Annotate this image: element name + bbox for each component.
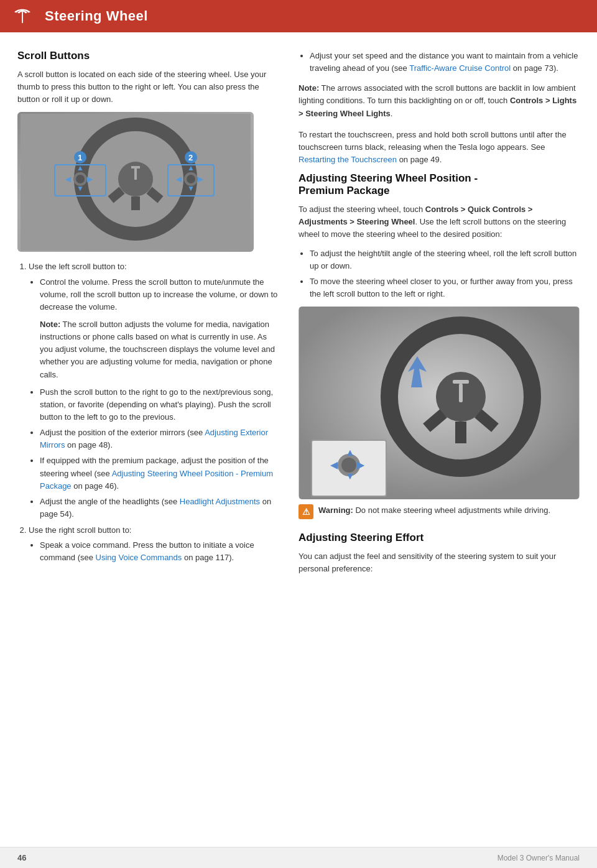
svg-text:◀: ◀	[176, 175, 182, 183]
manual-title: Model 3 Owner's Manual	[497, 854, 580, 862]
warning-icon: ⚠	[298, 504, 313, 519]
use-headlights: Adjust the angle of the headlights (see …	[40, 496, 279, 520]
svg-text:▼: ▼	[76, 184, 84, 193]
svg-rect-31	[459, 384, 463, 402]
page-header: Steering Wheel	[0, 0, 597, 32]
scroll-button-list: Use the left scroll button to: Control t…	[17, 261, 279, 564]
svg-text:◀: ◀	[65, 175, 72, 183]
use-voice: Speak a voice command. Press the button …	[40, 539, 279, 564]
right-bullet-speed: Adjust your set speed and the distance y…	[310, 50, 580, 75]
use-steering-position: If equipped with the premium package, ad…	[40, 455, 279, 492]
left-column: Scroll Buttons A scroll button is locate…	[17, 50, 279, 582]
use-volume: Control the volume. Press the scroll but…	[40, 276, 279, 381]
steering-wheel-image-right: ◀ ▶ ▲ ▼	[298, 307, 580, 499]
tesla-logo	[11, 5, 34, 27]
steering-illustration-svg: ◀ ▶ ▲ ▼ ◀ ▶ ▲ ▼ 1 2	[21, 114, 251, 251]
sw-tilt-bullet: To adjust the height/tilt angle of the s…	[310, 247, 580, 272]
svg-text:▼: ▼	[345, 471, 355, 481]
adjusting-sw-position-intro: To adjust the steering wheel, touch Cont…	[298, 203, 580, 241]
restart-touchscreen-text: To restart the touchscreen, press and ho…	[298, 129, 580, 166]
steering-right-svg: ◀ ▶ ▲ ▼	[298, 307, 580, 499]
adjusting-steering-link[interactable]: Adjusting Steering Wheel Position - Prem…	[40, 469, 273, 491]
sw-distance-bullet: To move the steering wheel closer to you…	[310, 275, 580, 300]
svg-text:1: 1	[78, 153, 82, 162]
svg-rect-5	[134, 169, 137, 180]
svg-text:▶: ▶	[198, 175, 204, 183]
list-item-2: Use the right scroll button to: Speak a …	[29, 524, 279, 564]
adjusting-sw-position-title: Adjusting Steering Wheel Position -Premi…	[298, 172, 580, 197]
page-number: 46	[17, 853, 26, 862]
svg-text:◀: ◀	[330, 459, 338, 470]
voice-commands-link[interactable]: Using Voice Commands	[96, 553, 182, 562]
right-column: Adjust your set speed and the distance y…	[298, 50, 580, 582]
page-title: Steering Wheel	[45, 8, 148, 24]
right-col-bullets-top: Adjust your set speed and the distance y…	[298, 50, 580, 75]
note-backlit: Note: The arrows associated with the scr…	[298, 82, 580, 119]
adjusting-steering-effort-intro: You can adjust the feel and sensitivity …	[298, 550, 580, 575]
tacc-link[interactable]: Traffic-Aware Cruise Control	[409, 63, 511, 73]
list1-header: Use the left scroll button to:	[29, 262, 127, 271]
svg-rect-4	[131, 166, 140, 169]
scroll-buttons-intro: A scroll button is located on each side …	[17, 68, 279, 106]
right-scroll-uses: Speak a voice command. Press the button …	[29, 539, 279, 564]
svg-rect-30	[453, 380, 469, 384]
warning-block: ⚠ Warning: Do not make steering wheel ad…	[298, 504, 580, 523]
restarting-touchscreen-link[interactable]: Restarting the Touchscreen	[298, 155, 397, 164]
svg-text:▶: ▶	[357, 459, 365, 470]
adjusting-steering-effort-title: Adjusting Steering Effort	[298, 532, 580, 544]
warning-text: Warning: Do not make steering wheel adju…	[318, 504, 550, 517]
use-mirrors: Adjust the position of the exterior mirr…	[40, 427, 279, 451]
svg-text:▲: ▲	[345, 447, 355, 458]
use-song: Push the scroll button to the right to g…	[40, 386, 279, 423]
svg-text:2: 2	[188, 153, 193, 162]
steering-wheel-image-left: ◀ ▶ ▲ ▼ ◀ ▶ ▲ ▼ 1 2	[17, 112, 254, 252]
sw-position-bullets: To adjust the height/tilt angle of the s…	[298, 247, 580, 301]
svg-rect-0	[22, 12, 23, 23]
headlight-adj-link[interactable]: Headlight Adjustments	[180, 497, 260, 506]
svg-point-10	[76, 175, 85, 183]
scroll-buttons-title: Scroll Buttons	[17, 50, 279, 62]
svg-text:▶: ▶	[87, 175, 93, 183]
page-footer: 46 Model 3 Owner's Manual	[0, 847, 597, 868]
adjusting-mirrors-link[interactable]: Adjusting Exterior Mirrors	[40, 428, 268, 450]
svg-text:▼: ▼	[187, 184, 195, 193]
list2-header: Use the right scroll button to:	[29, 525, 131, 535]
note-scroll-volume: Note: The scroll button adjusts the volu…	[40, 318, 279, 381]
main-content: Scroll Buttons A scroll button is locate…	[0, 32, 597, 594]
left-scroll-uses: Control the volume. Press the scroll but…	[29, 276, 279, 521]
list-item-1: Use the left scroll button to: Control t…	[29, 261, 279, 520]
svg-point-16	[187, 175, 195, 183]
